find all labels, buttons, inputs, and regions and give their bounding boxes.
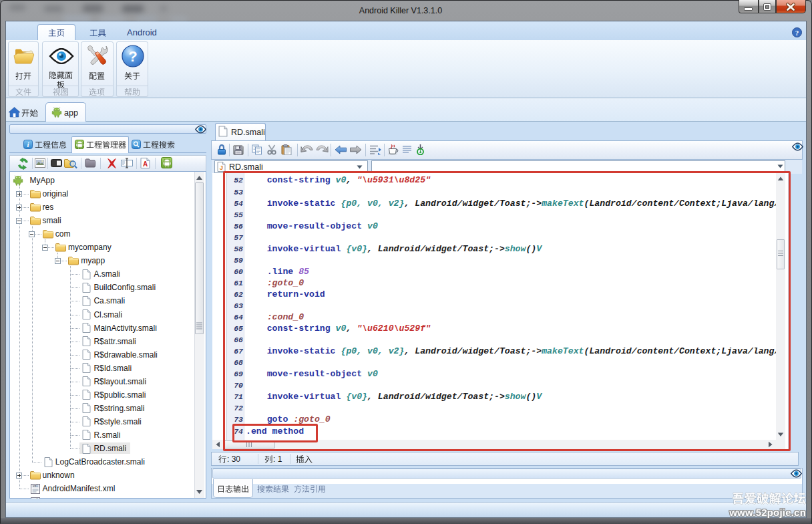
svg-text:xml: xml (33, 485, 38, 488)
svg-text:J: J (220, 164, 223, 171)
svg-text:?: ? (795, 29, 799, 37)
svg-text:A: A (143, 160, 148, 168)
svg-text:?: ? (128, 48, 137, 65)
